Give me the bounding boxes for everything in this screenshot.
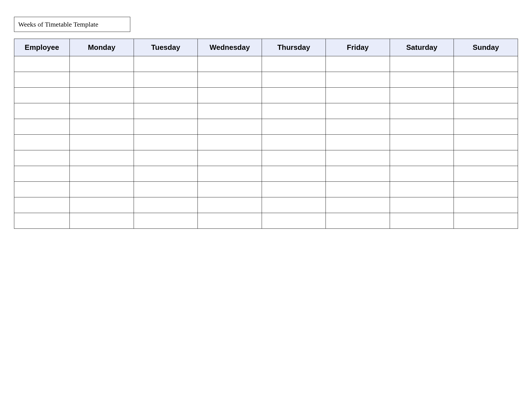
table-cell[interactable] [326, 197, 390, 213]
table-cell[interactable] [454, 166, 518, 182]
table-cell[interactable] [70, 72, 134, 88]
table-cell[interactable] [134, 56, 198, 72]
table-cell[interactable] [14, 150, 70, 166]
table-cell[interactable] [70, 150, 134, 166]
table-cell[interactable] [134, 88, 198, 103]
table-cell[interactable] [390, 150, 454, 166]
table-cell[interactable] [262, 197, 326, 213]
table-cell[interactable] [198, 135, 262, 150]
table-cell[interactable] [454, 150, 518, 166]
table-row [14, 56, 518, 72]
table-cell[interactable] [198, 197, 262, 213]
table-cell[interactable] [14, 88, 70, 103]
table-cell[interactable] [198, 103, 262, 119]
table-cell[interactable] [134, 72, 198, 88]
table-cell[interactable] [14, 182, 70, 197]
table-cell[interactable] [262, 72, 326, 88]
table-cell[interactable] [14, 56, 70, 72]
table-cell[interactable] [326, 150, 390, 166]
table-cell[interactable] [326, 119, 390, 135]
table-cell[interactable] [454, 88, 518, 103]
table-cell[interactable] [70, 103, 134, 119]
table-cell[interactable] [134, 135, 198, 150]
table-cell[interactable] [70, 197, 134, 213]
table-cell[interactable] [14, 197, 70, 213]
table-cell[interactable] [326, 103, 390, 119]
table-cell[interactable] [198, 56, 262, 72]
table-cell[interactable] [134, 197, 198, 213]
table-cell[interactable] [326, 213, 390, 229]
table-cell[interactable] [70, 119, 134, 135]
table-cell[interactable] [326, 135, 390, 150]
table-cell[interactable] [70, 135, 134, 150]
table-cell[interactable] [134, 182, 198, 197]
table-cell[interactable] [326, 166, 390, 182]
table-cell[interactable] [326, 56, 390, 72]
table-cell[interactable] [70, 88, 134, 103]
table-cell[interactable] [14, 135, 70, 150]
table-cell[interactable] [262, 213, 326, 229]
title-box: Weeks of Timetable Template [14, 17, 130, 32]
table-cell[interactable] [14, 166, 70, 182]
table-cell[interactable] [262, 135, 326, 150]
col-header-wednesday: Wednesday [198, 39, 262, 56]
table-cell[interactable] [70, 166, 134, 182]
table-cell[interactable] [390, 135, 454, 150]
timetable-table: Employee Monday Tuesday Wednesday Thursd… [14, 39, 518, 229]
table-cell[interactable] [262, 119, 326, 135]
table-cell[interactable] [134, 150, 198, 166]
table-cell[interactable] [134, 103, 198, 119]
table-cell[interactable] [390, 213, 454, 229]
table-cell[interactable] [134, 119, 198, 135]
table-cell[interactable] [262, 150, 326, 166]
col-header-thursday: Thursday [262, 39, 326, 56]
table-cell[interactable] [454, 197, 518, 213]
table-cell[interactable] [390, 197, 454, 213]
table-cell[interactable] [326, 182, 390, 197]
table-cell[interactable] [198, 213, 262, 229]
table-cell[interactable] [454, 56, 518, 72]
table-cell[interactable] [326, 88, 390, 103]
table-cell[interactable] [454, 182, 518, 197]
table-cell[interactable] [262, 166, 326, 182]
table-cell[interactable] [198, 166, 262, 182]
table-cell[interactable] [262, 182, 326, 197]
table-cell[interactable] [198, 88, 262, 103]
table-cell[interactable] [70, 182, 134, 197]
table-cell[interactable] [198, 182, 262, 197]
table-row [14, 72, 518, 88]
table-cell[interactable] [326, 72, 390, 88]
table-cell[interactable] [454, 103, 518, 119]
table-cell[interactable] [70, 56, 134, 72]
table-cell[interactable] [390, 119, 454, 135]
table-cell[interactable] [262, 56, 326, 72]
table-cell[interactable] [390, 88, 454, 103]
table-cell[interactable] [198, 150, 262, 166]
table-cell[interactable] [14, 213, 70, 229]
table-row [14, 88, 518, 103]
table-cell[interactable] [390, 166, 454, 182]
table-cell[interactable] [390, 103, 454, 119]
table-cell[interactable] [454, 135, 518, 150]
table-row [14, 213, 518, 229]
table-cell[interactable] [198, 119, 262, 135]
table-cell[interactable] [262, 88, 326, 103]
table-cell[interactable] [14, 72, 70, 88]
table-cell[interactable] [198, 72, 262, 88]
table-cell[interactable] [390, 56, 454, 72]
table-cell[interactable] [454, 119, 518, 135]
table-cell[interactable] [14, 103, 70, 119]
table-cell[interactable] [454, 213, 518, 229]
col-header-tuesday: Tuesday [134, 39, 198, 56]
table-row [14, 135, 518, 150]
table-cell[interactable] [70, 213, 134, 229]
table-cell[interactable] [134, 213, 198, 229]
table-cell[interactable] [390, 182, 454, 197]
col-header-sunday: Sunday [454, 39, 518, 56]
table-cell[interactable] [134, 166, 198, 182]
table-cell[interactable] [390, 72, 454, 88]
table-cell[interactable] [262, 103, 326, 119]
table-cell[interactable] [454, 72, 518, 88]
table-cell[interactable] [14, 119, 70, 135]
document-title: Weeks of Timetable Template [18, 21, 98, 28]
